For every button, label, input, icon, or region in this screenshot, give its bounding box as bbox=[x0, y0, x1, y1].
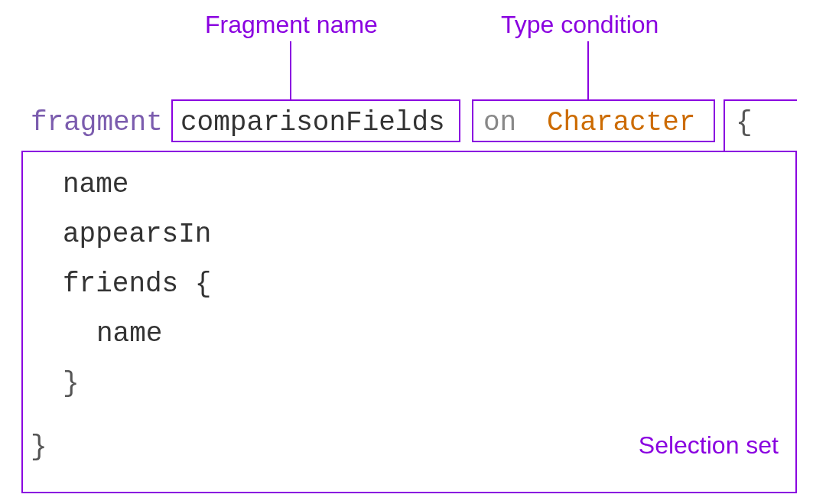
open-brace: { bbox=[736, 109, 753, 137]
connector-selection-notch bbox=[724, 99, 725, 151]
label-fragment-name: Fragment name bbox=[205, 11, 378, 39]
connector-selection-notch-top bbox=[724, 99, 797, 101]
field-friends-open: friends { bbox=[63, 271, 211, 298]
field-name: name bbox=[63, 171, 128, 199]
fragment-name: comparisonFields bbox=[180, 109, 445, 137]
keyword-fragment: fragment bbox=[31, 109, 163, 137]
label-type-condition: Type condition bbox=[501, 11, 659, 39]
connector-type-condition bbox=[587, 41, 589, 99]
diagram-canvas: Fragment name Type condition fragment co… bbox=[0, 0, 826, 504]
field-friends-name: name bbox=[96, 320, 162, 348]
connector-fragment-name bbox=[290, 41, 291, 99]
keyword-on: on bbox=[483, 109, 516, 137]
label-selection-set: Selection set bbox=[639, 431, 779, 460]
field-appearsIn: appearsIn bbox=[63, 221, 211, 249]
type-name: Character bbox=[547, 109, 695, 137]
close-brace: } bbox=[31, 434, 47, 461]
friends-close-brace: } bbox=[63, 370, 80, 398]
